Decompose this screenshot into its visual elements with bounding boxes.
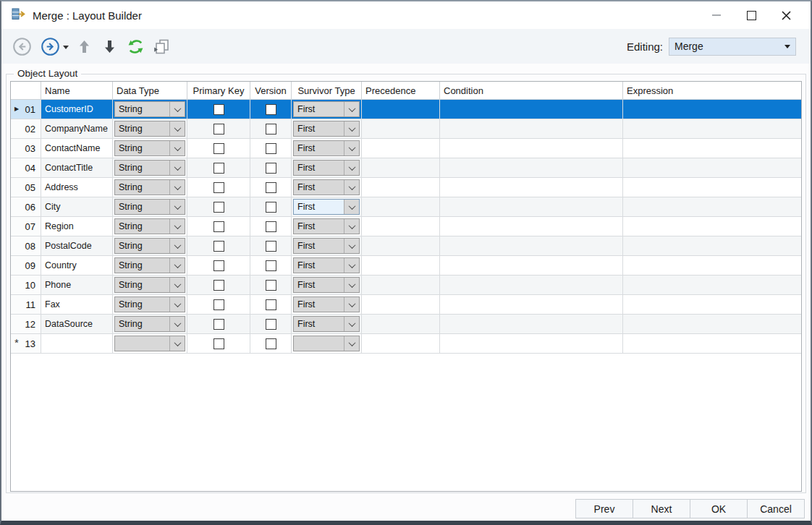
condition-cell[interactable] (440, 197, 623, 216)
row-header[interactable]: 08 (11, 236, 41, 255)
name-cell[interactable]: Country (41, 256, 113, 275)
chevron-down-icon[interactable] (344, 141, 359, 155)
expression-cell[interactable] (623, 295, 801, 314)
data-type-combo[interactable]: String (114, 257, 185, 273)
condition-cell[interactable] (440, 236, 623, 255)
primary-key-checkbox[interactable] (213, 202, 224, 213)
expression-cell[interactable] (623, 256, 801, 275)
expression-cell[interactable] (623, 236, 801, 255)
version-checkbox[interactable] (266, 221, 276, 232)
precedence-cell[interactable] (362, 315, 440, 333)
chevron-down-icon[interactable] (344, 278, 359, 292)
version-checkbox[interactable] (266, 299, 276, 310)
precedence-cell[interactable] (362, 158, 440, 177)
data-type-combo[interactable]: String (114, 121, 185, 137)
expression-cell[interactable] (623, 100, 801, 119)
chevron-down-icon[interactable] (169, 336, 185, 351)
survivor-type-combo[interactable]: First (293, 160, 360, 176)
condition-cell[interactable] (440, 256, 623, 275)
condition-cell[interactable] (440, 276, 623, 294)
forward-dropdown-icon[interactable] (63, 46, 69, 49)
primary-key-checkbox[interactable] (213, 124, 224, 135)
column-header-precedence[interactable]: Precedence (362, 82, 440, 99)
ok-button[interactable]: OK (690, 499, 748, 518)
version-checkbox[interactable] (266, 319, 276, 330)
primary-key-checkbox[interactable] (213, 143, 224, 154)
precedence-cell[interactable] (362, 334, 440, 353)
condition-cell[interactable] (440, 100, 623, 119)
chevron-down-icon[interactable] (344, 317, 359, 331)
version-checkbox[interactable] (266, 182, 276, 193)
survivor-type-combo[interactable] (293, 336, 360, 351)
data-type-combo[interactable]: String (114, 238, 185, 254)
row-header[interactable]: 12 (11, 315, 41, 333)
survivor-type-combo[interactable]: First (293, 140, 360, 156)
chevron-down-icon[interactable] (344, 219, 359, 234)
data-type-combo[interactable]: String (114, 101, 185, 117)
close-icon[interactable] (769, 1, 803, 29)
survivor-type-combo[interactable]: First (293, 277, 360, 293)
data-type-combo[interactable]: String (114, 277, 185, 293)
expression-cell[interactable] (623, 334, 801, 353)
expression-cell[interactable] (623, 315, 801, 333)
survivor-type-combo[interactable]: First (293, 199, 360, 215)
precedence-cell[interactable] (362, 236, 440, 255)
chevron-down-icon[interactable] (169, 317, 185, 331)
chevron-down-icon[interactable] (344, 297, 359, 312)
name-cell[interactable]: Address (41, 178, 113, 197)
chevron-down-icon[interactable] (169, 239, 185, 253)
row-header[interactable]: ▶01 (11, 100, 41, 119)
column-header-data-type[interactable]: Data Type (113, 82, 187, 99)
forward-icon[interactable] (41, 37, 60, 56)
precedence-cell[interactable] (362, 197, 440, 216)
chevron-down-icon[interactable] (344, 180, 359, 195)
editing-combo[interactable]: Merge (669, 38, 796, 56)
survivor-type-combo[interactable]: First (293, 121, 360, 137)
survivor-type-combo[interactable]: First (293, 238, 360, 254)
column-header-primary-key[interactable]: Primary Key (187, 82, 250, 99)
column-header-condition[interactable]: Condition (440, 82, 623, 99)
primary-key-checkbox[interactable] (213, 182, 224, 193)
row-header[interactable]: *13 (11, 334, 41, 353)
chevron-down-icon[interactable] (169, 258, 185, 273)
condition-cell[interactable] (440, 119, 623, 138)
move-up-icon[interactable] (79, 40, 90, 54)
version-checkbox[interactable] (266, 338, 276, 349)
data-type-combo[interactable]: String (114, 296, 185, 312)
row-header[interactable]: 06 (11, 197, 41, 216)
version-checkbox[interactable] (266, 143, 276, 154)
precedence-cell[interactable] (362, 276, 440, 294)
data-type-combo[interactable]: String (114, 199, 185, 215)
expression-cell[interactable] (623, 139, 801, 158)
data-type-combo[interactable] (114, 336, 185, 351)
prev-button[interactable]: Prev (575, 499, 633, 518)
name-cell[interactable]: CustomerID (41, 100, 113, 119)
minimize-icon[interactable] (699, 1, 734, 29)
primary-key-checkbox[interactable] (213, 241, 224, 252)
survivor-type-combo[interactable]: First (293, 316, 360, 332)
primary-key-checkbox[interactable] (213, 338, 224, 349)
expression-cell[interactable] (623, 197, 801, 216)
expression-cell[interactable] (623, 178, 801, 197)
chevron-down-icon[interactable] (344, 200, 359, 214)
precedence-cell[interactable] (362, 139, 440, 158)
chevron-down-icon[interactable] (169, 278, 185, 292)
data-type-combo[interactable]: String (114, 218, 185, 234)
column-header-expression[interactable]: Expression (623, 82, 801, 99)
row-header[interactable]: 07 (11, 217, 41, 236)
row-header[interactable]: 05 (11, 178, 41, 197)
next-button[interactable]: Next (633, 499, 690, 518)
condition-cell[interactable] (440, 178, 623, 197)
copy-layout-icon[interactable] (153, 38, 170, 55)
expression-cell[interactable] (623, 276, 801, 294)
name-cell[interactable] (41, 334, 113, 353)
condition-cell[interactable] (440, 139, 623, 158)
name-cell[interactable]: PostalCode (41, 236, 113, 255)
column-header-name[interactable]: Name (41, 82, 113, 99)
precedence-cell[interactable] (362, 178, 440, 197)
precedence-cell[interactable] (362, 217, 440, 236)
precedence-cell[interactable] (362, 100, 440, 119)
version-checkbox[interactable] (266, 260, 276, 271)
chevron-down-icon[interactable] (169, 200, 185, 214)
row-header[interactable]: 03 (11, 139, 41, 158)
